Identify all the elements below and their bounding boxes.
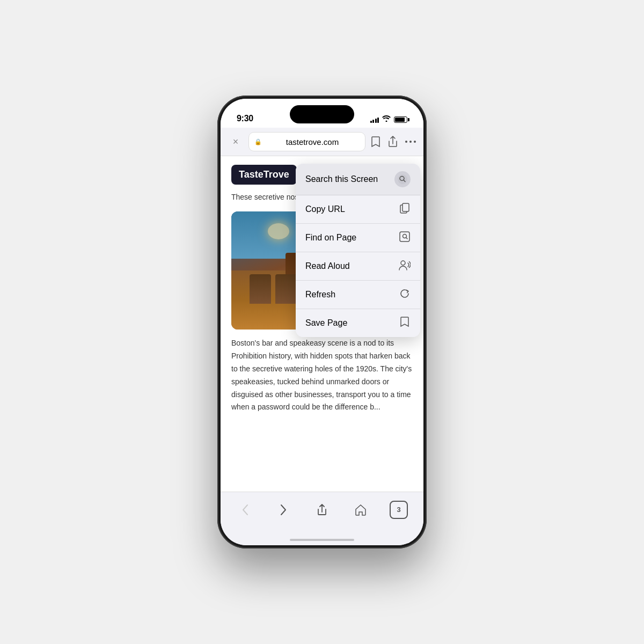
menu-item-save-page[interactable]: Save Page xyxy=(296,309,420,337)
wifi-icon xyxy=(382,115,391,123)
url-text: tastetrove.com xyxy=(265,137,360,147)
menu-item-search-screen[interactable]: Search this Screen xyxy=(296,164,420,195)
copy-url-icon xyxy=(399,203,411,216)
home-indicator xyxy=(221,535,423,545)
battery-icon xyxy=(394,116,407,123)
browser-bar: × 🔒 tastetrove.com xyxy=(221,128,423,156)
more-options-button[interactable] xyxy=(405,141,416,143)
search-screen-label: Search this Screen xyxy=(305,174,378,184)
find-on-page-icon xyxy=(399,231,411,244)
home-button[interactable] xyxy=(349,498,372,522)
svg-point-2 xyxy=(414,141,416,143)
phone-frame: 9:30 × xyxy=(217,96,427,548)
share-toolbar-button[interactable] xyxy=(310,498,334,522)
status-icons xyxy=(370,115,408,123)
menu-item-read-aloud[interactable]: Read Aloud xyxy=(296,252,420,281)
tabs-count: 3 xyxy=(397,506,401,514)
share-button[interactable] xyxy=(388,136,398,148)
tabs-button[interactable]: 3 xyxy=(387,498,411,522)
refresh-label: Refresh xyxy=(305,290,335,299)
copy-url-label: Copy URL xyxy=(305,204,345,214)
url-bar[interactable]: 🔒 tastetrove.com xyxy=(248,132,365,151)
dropdown-overlay: Search this Screen Copy URL xyxy=(221,156,423,492)
bottom-toolbar: 3 xyxy=(221,492,423,535)
svg-rect-8 xyxy=(400,232,409,241)
search-screen-icon xyxy=(394,171,411,187)
menu-item-copy-url[interactable]: Copy URL xyxy=(296,195,420,224)
back-button[interactable] xyxy=(233,498,257,522)
status-time: 9:30 xyxy=(237,114,253,123)
find-on-page-label: Find on Page xyxy=(305,233,356,243)
menu-item-refresh[interactable]: Refresh xyxy=(296,281,420,309)
browser-close-button[interactable]: × xyxy=(228,134,243,149)
context-menu: Search this Screen Copy URL xyxy=(296,164,420,337)
save-page-icon xyxy=(399,317,411,330)
menu-item-find-on-page[interactable]: Find on Page xyxy=(296,224,420,252)
browser-actions xyxy=(371,136,416,148)
svg-rect-7 xyxy=(402,203,409,211)
bookmark-button[interactable] xyxy=(371,136,380,148)
save-page-label: Save Page xyxy=(305,318,347,328)
svg-point-3 xyxy=(398,174,407,184)
signal-icon xyxy=(370,116,379,123)
svg-point-0 xyxy=(405,141,407,143)
refresh-icon xyxy=(399,288,411,301)
tabs-badge: 3 xyxy=(390,501,408,519)
read-aloud-icon xyxy=(399,260,411,273)
read-aloud-label: Read Aloud xyxy=(305,261,350,271)
forward-button[interactable] xyxy=(272,498,295,522)
phone-screen: 9:30 × xyxy=(221,99,423,545)
lock-icon: 🔒 xyxy=(254,138,262,145)
content-area: TasteTrove These secretive nostalgic, vi… xyxy=(221,156,423,492)
dynamic-island xyxy=(290,105,354,123)
svg-line-10 xyxy=(406,238,408,239)
svg-point-1 xyxy=(409,141,412,143)
svg-point-11 xyxy=(401,261,405,265)
